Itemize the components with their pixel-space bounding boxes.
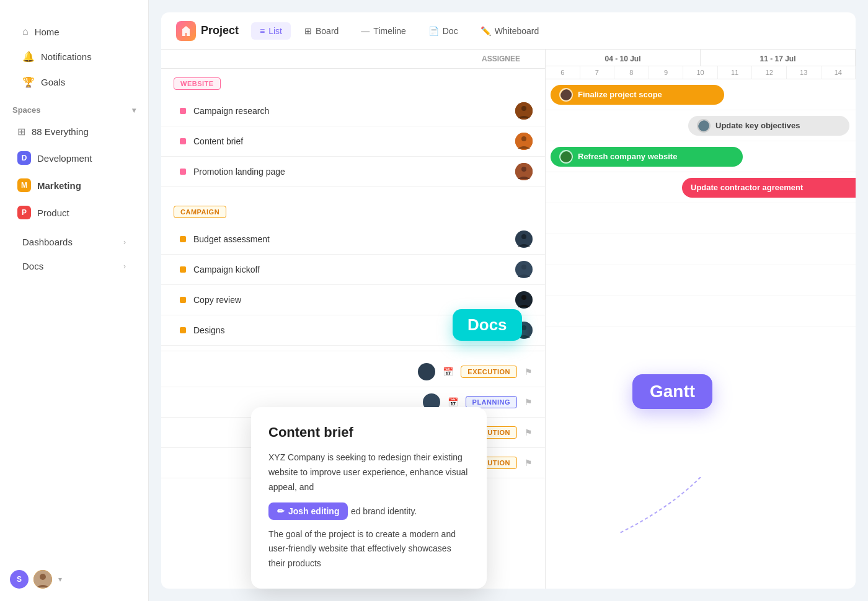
docs-panel: Content brief XYZ Company is seeking to …	[251, 407, 487, 589]
task-avatar	[515, 102, 533, 120]
tab-timeline[interactable]: — Timeline	[352, 22, 414, 40]
gantt-row-empty	[546, 296, 856, 327]
gantt-day: 6	[546, 66, 580, 79]
docs-label: Docs	[22, 261, 43, 271]
task-avatar	[515, 230, 533, 248]
gantt-day: 13	[787, 66, 822, 79]
user-chevron: ▾	[58, 575, 62, 584]
docs-panel-body1: XYZ Company is seeking to redesign their…	[268, 450, 469, 494]
gantt-header: 04 - 10 Jul 11 - 17 Jul	[546, 50, 856, 66]
task-dot	[180, 108, 186, 114]
tab-whiteboard[interactable]: ✏️ Whiteboard	[472, 22, 548, 40]
task-row[interactable]: Budget assessment	[161, 224, 545, 255]
docs-panel-title: Content brief	[268, 424, 469, 441]
task-name: Budget assessment	[193, 234, 508, 244]
gantt-day: 7	[580, 66, 615, 79]
header-title: Project	[201, 24, 239, 37]
spaces-label: Spaces	[12, 105, 41, 115]
gantt-row: Finalize project scope	[546, 79, 856, 110]
project-logo	[176, 21, 196, 41]
sidebar-item-goals[interactable]: 🏆 Goals	[10, 70, 138, 94]
svg-point-16	[418, 363, 435, 380]
tab-doc[interactable]: 📄 Doc	[420, 22, 467, 40]
floating-gantt-label: Gantt	[632, 374, 712, 409]
marketing-label: Marketing	[37, 180, 81, 191]
status-planning-badge: PLANNING	[466, 396, 517, 408]
docs-float-text: Docs	[467, 315, 507, 334]
calendar-icon: 📅	[443, 367, 453, 377]
task-dot	[180, 266, 186, 273]
bell-icon: 🔔	[22, 51, 35, 63]
timeline-icon: —	[361, 26, 370, 36]
task-dot	[180, 236, 186, 242]
task-name: Copy review	[193, 295, 508, 305]
docs-body2-text: ed brand identity.	[351, 506, 417, 516]
gantt-row: Refresh company website	[546, 141, 856, 172]
docs-panel-body3: The goal of the project is to create a m…	[268, 527, 469, 571]
gantt-days: 6 7 8 9 10 11 12 13 14	[546, 66, 856, 79]
gantt-day: 14	[822, 66, 856, 79]
flag-icon: ⚑	[525, 367, 533, 377]
svg-point-3	[521, 106, 526, 111]
flag-icon: ⚑	[525, 428, 533, 437]
website-badge: WEBSITE	[174, 77, 221, 90]
gantt-bar-label: Update contractor agreement	[691, 183, 803, 192]
sidebar-item-docs[interactable]: Docs ›	[10, 255, 138, 278]
task-row[interactable]: Campaign kickoff	[161, 255, 545, 285]
gantt-row-empty	[546, 265, 856, 296]
sidebar-item-development[interactable]: D Development	[5, 145, 143, 171]
gantt-bar-finalize[interactable]: Finalize project scope	[551, 85, 724, 105]
josh-editing-badge: ✏ Josh editing	[268, 502, 348, 520]
gantt-bar-refresh[interactable]: Refresh company website	[551, 147, 743, 167]
sidebar-item-everything[interactable]: ⊞ 88 Everything	[5, 120, 143, 144]
docs-chevron: ›	[123, 262, 126, 271]
dashboards-label: Dashboards	[22, 237, 73, 247]
goals-label: Goals	[41, 77, 65, 87]
gantt-bar-label: Finalize project scope	[578, 90, 662, 99]
svg-point-9	[521, 234, 526, 239]
dashboards-chevron: ›	[123, 238, 126, 247]
gantt-bar-contractor[interactable]: Update contractor agreement	[682, 178, 856, 198]
gantt-list-row[interactable]: 📅 EXECUTION ⚑	[161, 357, 545, 387]
gantt-bar-objectives[interactable]: Update key objectives	[688, 116, 849, 136]
gantt-day: 11	[718, 66, 753, 79]
task-row[interactable]: Promotion landing page	[161, 157, 545, 187]
everything-label: 88 Everything	[32, 126, 89, 137]
gantt-bar-label: Update key objectives	[715, 121, 800, 130]
task-dot	[180, 138, 186, 144]
website-group-header: WEBSITE	[161, 69, 545, 96]
spaces-chevron[interactable]: ▾	[132, 106, 136, 115]
sidebar-item-product[interactable]: P Product	[5, 200, 143, 226]
tab-list-label: List	[268, 26, 282, 36]
svg-point-11	[521, 265, 526, 270]
user-avatar-s: S	[10, 570, 29, 589]
pencil-icon: ✏	[277, 506, 285, 516]
spaces-section: Spaces ▾	[0, 98, 148, 118]
col-assignee-header: ASSIGNEE	[482, 55, 533, 63]
gantt-day: 9	[649, 66, 684, 79]
tab-board[interactable]: ⊞ Board	[296, 22, 347, 40]
sidebar-item-marketing[interactable]: M Marketing	[5, 172, 143, 198]
sidebar-item-home[interactable]: ⌂ Home	[10, 20, 138, 43]
task-dot	[180, 297, 186, 303]
svg-point-13	[521, 295, 526, 300]
trophy-icon: 🏆	[22, 76, 35, 88]
sidebar-user-area[interactable]: S ▾	[0, 570, 148, 589]
task-name: Campaign kickoff	[193, 265, 508, 274]
status-execution-badge: EXECUTION	[461, 366, 517, 378]
task-row[interactable]: Campaign research	[161, 96, 545, 126]
sidebar-item-notifications[interactable]: 🔔 Notifications	[10, 45, 138, 69]
connector-line	[608, 477, 732, 539]
tab-list[interactable]: ≡ List	[251, 22, 291, 40]
gantt-row: Update contractor agreement	[546, 172, 856, 203]
product-dot: P	[17, 206, 31, 219]
task-row[interactable]: Content brief	[161, 126, 545, 157]
gantt-period-2: 11 - 17 Jul	[701, 50, 856, 66]
notifications-label: Notifications	[41, 51, 92, 62]
sidebar-item-dashboards[interactable]: Dashboards ›	[10, 230, 138, 253]
column-headers: ASSIGNEE	[161, 50, 545, 69]
main-area: Project ≡ List ⊞ Board — Timeline 📄 Doc …	[149, 0, 868, 601]
sidebar: ⌂ Home 🔔 Notifications 🏆 Goals Spaces ▾ …	[0, 0, 149, 601]
development-dot: D	[17, 151, 31, 165]
development-label: Development	[37, 153, 92, 164]
